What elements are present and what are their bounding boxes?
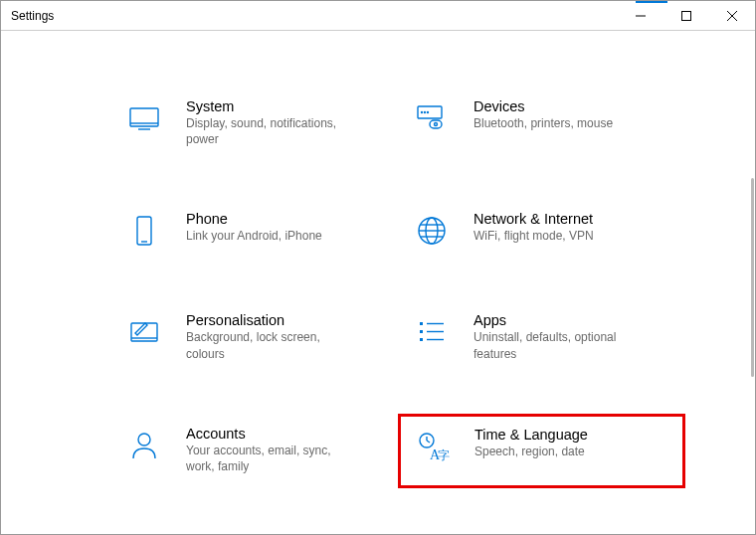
tile-title: Time & Language: [474, 427, 588, 443]
svg-rect-22: [420, 322, 423, 325]
tile-accounts[interactable]: Accounts Your accounts, email, sync, wor…: [110, 414, 398, 488]
tile-phone[interactable]: Phone Link your Android, iPhone: [110, 199, 398, 263]
tile-desc: Link your Android, iPhone: [186, 228, 322, 244]
tile-desc: Uninstall, defaults, optional features: [473, 329, 643, 361]
tile-time-language[interactable]: A字 Time & Language Speech, region, date: [398, 414, 685, 488]
phone-icon: [126, 213, 162, 249]
personalisation-icon: [126, 314, 162, 350]
tile-desc: Your accounts, email, sync, work, family: [186, 443, 355, 474]
tile-devices[interactable]: Devices Bluetooth, printers, mouse: [398, 87, 685, 161]
window-title: Settings: [11, 9, 54, 23]
svg-point-12: [435, 123, 438, 126]
system-icon: [126, 100, 162, 136]
svg-rect-24: [420, 330, 423, 333]
tile-system[interactable]: System Display, sound, notifications, po…: [110, 87, 398, 161]
svg-rect-1: [682, 11, 691, 20]
tile-gaming[interactable]: Gaming: [110, 526, 398, 534]
accounts-icon: [126, 428, 162, 463]
tile-title: System: [186, 98, 355, 114]
svg-text:字: 字: [438, 448, 450, 462]
svg-line-31: [427, 441, 430, 443]
tile-title: Personalisation: [186, 312, 355, 328]
tile-desc: Background, lock screen, colours: [186, 329, 355, 361]
svg-rect-11: [430, 120, 442, 128]
settings-grid: System Display, sound, notifications, po…: [1, 31, 755, 534]
close-button[interactable]: [709, 1, 755, 30]
svg-rect-13: [137, 217, 151, 245]
tile-title: Accounts: [186, 426, 355, 442]
time-language-icon: A字: [415, 429, 451, 464]
tile-title: Phone: [186, 211, 322, 227]
svg-rect-26: [420, 338, 423, 341]
tile-personalisation[interactable]: Personalisation Background, lock screen,…: [110, 300, 398, 375]
svg-point-9: [425, 112, 426, 113]
apps-icon: [414, 314, 450, 350]
title-bar: Settings: [1, 1, 755, 31]
tile-apps[interactable]: Apps Uninstall, defaults, optional featu…: [398, 300, 685, 375]
maximize-button[interactable]: [663, 1, 709, 30]
vertical-scrollbar[interactable]: [751, 178, 754, 377]
titlebar-accent: [636, 0, 667, 3]
tile-desc: Display, sound, notifications, power: [186, 115, 355, 147]
settings-content: System Display, sound, notifications, po…: [1, 31, 755, 534]
tile-ease-of-access[interactable]: Ease of Access: [398, 526, 685, 534]
globe-icon: [414, 213, 450, 249]
tile-desc: Speech, region, date: [474, 444, 588, 459]
tile-network[interactable]: Network & Internet WiFi, flight mode, VP…: [398, 199, 685, 263]
tile-desc: Bluetooth, printers, mouse: [473, 115, 613, 131]
svg-point-8: [422, 112, 423, 113]
window-buttons: [618, 1, 755, 30]
tile-title: Devices: [473, 98, 613, 114]
minimize-button[interactable]: [618, 1, 663, 30]
devices-icon: [414, 100, 450, 136]
svg-point-10: [428, 112, 429, 113]
tile-title: Apps: [473, 312, 643, 328]
tile-desc: WiFi, flight mode, VPN: [473, 228, 594, 244]
tile-title: Network & Internet: [473, 211, 594, 227]
svg-point-28: [138, 434, 150, 446]
